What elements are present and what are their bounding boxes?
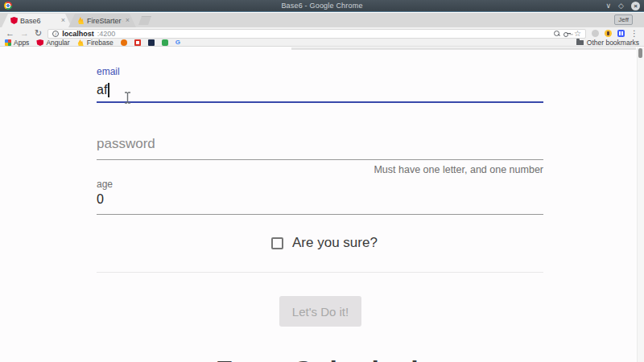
confirm-checkbox-row: Are you sure? bbox=[271, 235, 378, 251]
password-underline bbox=[97, 159, 543, 160]
bookmark-favicon-green[interactable] bbox=[162, 39, 168, 46]
folder-icon bbox=[576, 40, 584, 45]
scrollbar-thumb[interactable] bbox=[638, 48, 642, 58]
email-value: af bbox=[97, 83, 107, 97]
bookmarks-bar: Apps Angular Firebase G Other bookmarks bbox=[0, 39, 644, 47]
browser-toolbar: ← → ↻ i localhost :4200 ☆ ⋮ bbox=[0, 27, 644, 39]
window-titlebar: Base6 - Google Chrome ∨ ◇ × bbox=[0, 0, 644, 12]
tab-close-icon[interactable]: × bbox=[61, 17, 65, 24]
address-bar[interactable]: i localhost :4200 ☆ bbox=[47, 29, 586, 39]
email-underline-focused bbox=[97, 101, 543, 103]
age-underline bbox=[97, 214, 543, 215]
extension-icon-blue[interactable] bbox=[617, 30, 625, 37]
text-caret bbox=[108, 83, 109, 97]
chrome-logo-icon bbox=[4, 2, 12, 10]
back-icon[interactable]: ← bbox=[6, 28, 14, 39]
extension-icon-gray[interactable] bbox=[592, 30, 599, 37]
new-tab-button[interactable] bbox=[138, 16, 151, 25]
age-input[interactable]: 0 bbox=[97, 192, 104, 207]
browser-window: Base6 - Google Chrome ∨ ◇ × Base6 × Fire… bbox=[0, 0, 644, 362]
age-value: 0 bbox=[97, 192, 104, 207]
confirm-checkbox[interactable] bbox=[271, 237, 283, 249]
tab-firestarter[interactable]: FireStarter – Databas × bbox=[68, 14, 136, 27]
bookmark-favicon-red[interactable] bbox=[134, 39, 141, 46]
confirm-checkbox-label: Are you sure? bbox=[292, 235, 378, 251]
age-label: age bbox=[97, 179, 113, 190]
bookmark-label: Firebase bbox=[87, 39, 114, 47]
firebase-icon bbox=[77, 39, 85, 46]
bookmark-star-icon[interactable]: ☆ bbox=[574, 30, 581, 38]
angular-icon bbox=[10, 17, 18, 24]
url-port: :4200 bbox=[97, 30, 116, 38]
other-bookmarks[interactable]: Other bookmarks bbox=[576, 39, 639, 47]
google-g-icon[interactable]: G bbox=[175, 39, 180, 46]
submit-button[interactable]: Let's Do it! bbox=[279, 296, 361, 327]
page-info-icon[interactable]: i bbox=[52, 31, 59, 37]
password-hint: Must have one letter, and one number bbox=[374, 164, 543, 175]
tab-base6[interactable]: Base6 × bbox=[2, 14, 72, 27]
firebase-icon bbox=[77, 17, 85, 24]
bookmark-favicon-orange[interactable] bbox=[121, 39, 127, 46]
menu-dots-icon[interactable]: ⋮ bbox=[630, 30, 638, 38]
apps-grid-icon bbox=[5, 39, 11, 46]
form-submission-heading: Form Submission bbox=[216, 355, 453, 362]
forward-icon[interactable]: → bbox=[20, 28, 29, 39]
tab-label: FireStarter – Databas bbox=[87, 17, 123, 25]
scrolled-element-edge bbox=[291, 47, 636, 50]
minimize-icon[interactable]: ∨ bbox=[605, 2, 611, 10]
bookmark-label: Angular bbox=[46, 39, 69, 47]
bookmark-label: Apps bbox=[14, 39, 29, 47]
email-label: email bbox=[97, 66, 120, 77]
page-content: email af password Must have one letter, … bbox=[0, 47, 644, 362]
form-divider bbox=[97, 272, 543, 273]
url-host: localhost bbox=[62, 30, 94, 38]
reload-icon[interactable]: ↻ bbox=[35, 28, 42, 39]
tab-label: Base6 bbox=[20, 17, 59, 25]
bookmark-apps[interactable]: Apps bbox=[5, 39, 29, 47]
bookmark-angular[interactable]: Angular bbox=[36, 39, 69, 47]
extension-icon-yellow[interactable] bbox=[605, 30, 612, 37]
maximize-icon[interactable]: ◇ bbox=[618, 2, 624, 10]
email-input[interactable]: af bbox=[97, 83, 109, 97]
password-input[interactable]: password bbox=[97, 136, 155, 152]
zoom-icon[interactable] bbox=[554, 31, 560, 37]
other-bookmarks-label: Other bookmarks bbox=[587, 39, 639, 47]
window-title: Base6 - Google Chrome bbox=[281, 2, 362, 10]
tab-strip: Base6 × FireStarter – Databas × Jeff bbox=[0, 13, 644, 27]
scrollbar[interactable] bbox=[637, 47, 644, 362]
ibeam-cursor-icon bbox=[124, 92, 131, 104]
close-window-icon[interactable]: × bbox=[631, 2, 640, 10]
profile-badge[interactable]: Jeff bbox=[614, 14, 633, 25]
angular-icon bbox=[36, 39, 43, 46]
bookmark-firebase[interactable]: Firebase bbox=[77, 39, 114, 47]
bookmark-favicon-navy[interactable] bbox=[148, 39, 155, 46]
tab-close-icon[interactable]: × bbox=[126, 17, 130, 24]
key-icon[interactable] bbox=[564, 32, 571, 36]
